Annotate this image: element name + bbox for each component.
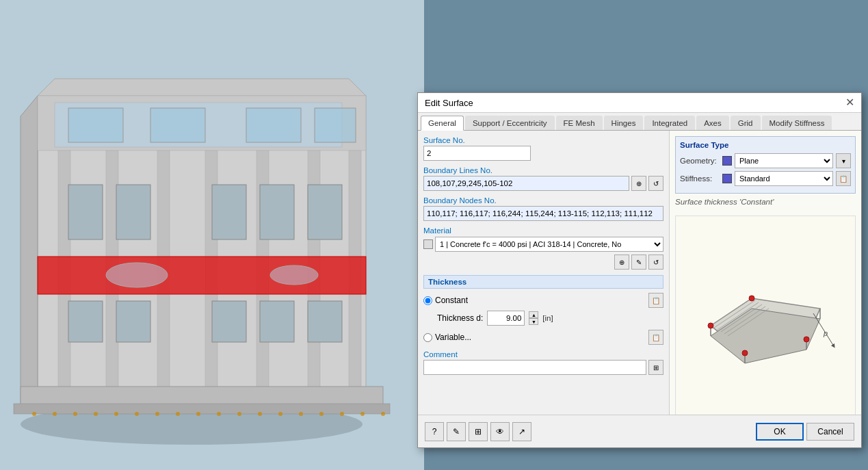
comment-row: ⊞ [423, 360, 663, 375]
select-btn[interactable]: ↗ [512, 422, 531, 441]
svg-point-49 [360, 412, 365, 416]
variable-radio-row: Variable... 📋 [423, 330, 663, 345]
tab-hinges[interactable]: Hinges [604, 116, 644, 130]
stiffness-swatch [722, 174, 732, 183]
edit-surface-dialog: Edit Surface ✕ General Support / Eccentr… [417, 92, 862, 448]
material-actions: ⊕ ✎ ↺ [423, 254, 663, 270]
svg-point-34 [53, 412, 57, 416]
svg-rect-27 [116, 301, 150, 342]
svg-point-33 [32, 412, 36, 416]
material-label: Material [423, 226, 663, 235]
shape-preview: p [675, 216, 856, 435]
boundary-lines-input[interactable] [423, 176, 629, 191]
svg-point-63 [708, 323, 713, 328]
boundary-nodes-label: Boundary Nodes No. [423, 196, 663, 205]
boundary-lines-label: Boundary Lines No. [423, 166, 663, 174]
svg-point-37 [114, 412, 118, 416]
surface-no-label: Surface No. [423, 136, 663, 144]
svg-rect-23 [212, 185, 246, 239]
surface-no-input[interactable] [423, 146, 531, 161]
boundary-lines-info-btn[interactable]: ↺ [648, 176, 663, 191]
surface-no-group: Surface No. [423, 136, 663, 161]
stiffness-info-btn[interactable]: 📋 [836, 171, 851, 186]
thickness-d-input[interactable] [487, 311, 525, 326]
svg-point-50 [381, 412, 385, 416]
left-panel: Surface No. Boundary Lines No. ⊕ ↺ Bound… [418, 131, 670, 441]
tab-general[interactable]: General [421, 116, 464, 131]
view-btn[interactable]: 👁 [490, 422, 510, 441]
svg-point-48 [340, 412, 344, 416]
boundary-lines-group: Boundary Lines No. ⊕ ↺ [423, 166, 663, 191]
thickness-icon-btn[interactable]: 📋 [648, 293, 663, 308]
svg-rect-32 [14, 404, 390, 414]
tab-modify-stiffness[interactable]: Modify Stiffness [762, 116, 832, 130]
tab-fe-mesh[interactable]: FE Mesh [556, 116, 603, 130]
constant-radio[interactable] [423, 296, 432, 305]
comment-icon-btn[interactable]: ⊞ [648, 360, 663, 375]
boundary-lines-pick-btn[interactable]: ⊕ [631, 176, 646, 191]
svg-point-46 [299, 412, 303, 416]
comment-input[interactable] [423, 360, 646, 375]
geometry-swatch [722, 156, 732, 166]
geometry-select[interactable]: Plane [735, 153, 833, 168]
svg-point-47 [319, 412, 324, 416]
surface-constant-text: Surface thickness 'Constant' [675, 198, 856, 206]
stiffness-select[interactable]: Standard [735, 171, 833, 186]
svg-point-45 [278, 412, 282, 416]
boundary-lines-row: ⊕ ↺ [423, 176, 663, 191]
material-select[interactable]: 1 | Concrete f'c = 4000 psi | ACI 318-14… [435, 237, 663, 252]
thickness-up-btn[interactable]: ▲ [529, 311, 538, 318]
table-btn[interactable]: ⊞ [469, 422, 488, 441]
dialog-titlebar: Edit Surface ✕ [418, 93, 861, 113]
material-pick-btn[interactable]: ⊕ [614, 254, 629, 270]
svg-point-44 [258, 412, 262, 416]
thickness-d-label: Thickness d: [437, 313, 483, 323]
stiffness-label: Stiffness: [680, 174, 720, 183]
tab-axes[interactable]: Axes [696, 116, 729, 130]
svg-point-38 [135, 412, 139, 416]
tab-integrated[interactable]: Integrated [644, 116, 695, 130]
help-btn[interactable]: ? [425, 422, 444, 441]
material-swatch [423, 239, 433, 249]
thickness-down-btn[interactable]: ▼ [529, 318, 538, 325]
cancel-button[interactable]: Cancel [806, 423, 854, 441]
dialog-content: Surface No. Boundary Lines No. ⊕ ↺ Bound… [418, 131, 861, 441]
dialog-title: Edit Surface [425, 98, 473, 108]
svg-point-41 [196, 412, 200, 416]
material-edit-btn[interactable]: ✎ [631, 254, 646, 270]
variable-icon-btn[interactable]: 📋 [648, 330, 663, 345]
svg-point-43 [237, 412, 241, 416]
svg-rect-22 [116, 185, 150, 239]
svg-rect-24 [260, 185, 294, 239]
svg-text:p: p [823, 329, 828, 337]
material-info-btn[interactable]: ↺ [648, 254, 663, 270]
svg-rect-9 [246, 108, 301, 142]
boundary-nodes-row [423, 206, 663, 221]
material-group: Material 1 | Concrete f'c = 4000 psi | A… [423, 226, 663, 270]
comment-label: Comment [423, 350, 663, 358]
close-button[interactable]: ✕ [845, 97, 854, 108]
thickness-header: Thickness [423, 275, 663, 289]
comment-section: Comment ⊞ [423, 350, 663, 375]
tab-grid[interactable]: Grid [731, 116, 761, 130]
dialog-bottom: ? ✎ ⊞ 👁 ↗ OK Cancel [418, 415, 861, 447]
svg-point-35 [73, 412, 77, 416]
edit-btn[interactable]: ✎ [447, 422, 466, 441]
svg-point-39 [155, 412, 159, 416]
stiffness-row: Stiffness: Standard 📋 [680, 171, 851, 186]
variable-radio[interactable] [423, 333, 432, 342]
surface-type-title: Surface Type [680, 141, 851, 149]
svg-point-65 [804, 337, 809, 342]
svg-point-42 [217, 412, 221, 416]
boundary-nodes-group: Boundary Nodes No. [423, 196, 663, 221]
right-panel: Surface Type Geometry: Plane ▾ Stiffness… [670, 131, 861, 441]
svg-rect-26 [68, 301, 103, 342]
svg-point-20 [270, 265, 318, 285]
boundary-nodes-input[interactable] [423, 206, 663, 221]
svg-point-40 [176, 412, 180, 416]
tab-support[interactable]: Support / Eccentricity [465, 116, 555, 130]
svg-rect-25 [308, 185, 342, 239]
geometry-info-btn[interactable]: ▾ [836, 153, 851, 168]
ok-button[interactable]: OK [756, 423, 804, 441]
building-background [0, 0, 424, 470]
